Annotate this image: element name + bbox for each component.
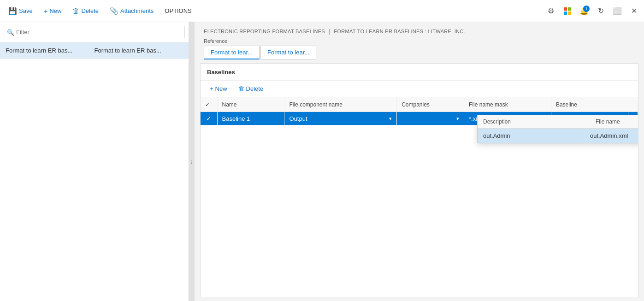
close-icon[interactable]: ✕ [627,5,640,18]
dropdown-item[interactable]: out.Admin out.Admin.xml [478,129,638,143]
companies-dropdown-arrow: ▾ [456,116,459,122]
list-item[interactable]: Format to learn ER bas... Format to lear… [0,42,189,59]
delete-button[interactable]: 🗑 Delete [68,4,103,18]
svg-rect-0 [564,7,567,11]
content-right: ELECTRONIC REPORTING FORMAT BASELINES | … [195,22,644,301]
table-wrapper: ✓ Name File component name Companies Fil… [201,97,638,297]
baselines-delete-button[interactable]: 🗑 Delete [234,83,268,94]
svg-rect-2 [564,12,567,15]
row-companies-cell[interactable]: ▾ [397,112,464,125]
notification-icon[interactable]: 🔔 1 [578,5,591,18]
save-icon: 💾 [8,7,17,15]
baselines-panel: Baselines + New 🗑 Delete [200,63,638,297]
baselines-plus-icon: + [210,85,213,92]
baselines-delete-icon: 🗑 [238,85,244,92]
dropdown-item-filename: out.Admin.xml [590,132,638,139]
col-header-check: ✓ [201,97,217,112]
options-button[interactable]: OPTIONS [160,5,196,17]
dropdown-col-filename: File name [590,115,638,128]
sidebar-list: Format to learn ER bas... Format to lear… [0,42,189,301]
col-header-baseline[interactable]: Baseline [551,97,628,112]
col-header-companies[interactable]: Companies [397,97,464,112]
filter-input[interactable] [4,26,185,38]
col-header-name[interactable]: Name [217,97,284,112]
main-toolbar: 💾 Save + New 🗑 Delete 📎 Attachments OPTI… [0,0,644,22]
sidebar: 🔍 Format to learn ER bas... Format to le… [0,22,189,301]
col-header-extra [628,97,638,112]
dropdown-item-description: out.Admin [483,132,590,139]
delete-icon: 🗑 [72,7,79,15]
dropdown-header: Description File name [478,115,638,129]
ref-tab-2[interactable]: Format to lear... [260,46,316,59]
collapse-handle[interactable]: ··· [189,22,195,301]
ref-tab-1[interactable]: Format to lear... [204,46,260,59]
plus-icon: + [44,7,48,15]
col-header-file-mask[interactable]: File name mask [464,97,551,112]
reference-label: Reference [204,38,635,44]
file-component-dropdown-arrow: ▾ [389,116,392,122]
attachments-button[interactable]: 📎 Attachments [105,4,158,18]
dropdown-col-description: Description [478,115,590,128]
filter-box: 🔍 [0,22,189,42]
breadcrumb: ELECTRONIC REPORTING FORMAT BASELINES | … [195,22,644,35]
toolbar-right: ⚙ 🔔 1 ↻ ⬜ ✕ [544,5,640,18]
row-file-component-cell[interactable]: Output ▾ [284,112,397,125]
sidebar-item-col1: Format to learn ER bas... [6,47,95,54]
baselines-header: Baselines [201,64,638,81]
sidebar-item-col2: Format to learn ER bas... [95,47,183,54]
baseline-dropdown-overlay: Description File name out.Admin out.Admi… [477,115,638,143]
svg-rect-3 [568,12,571,15]
file-component-dropdown[interactable]: Output ▾ [289,115,392,122]
col-header-file-component[interactable]: File component name [284,97,397,112]
office-icon[interactable] [561,5,574,18]
row-name-cell[interactable]: Baseline 1 [217,112,284,125]
maximize-icon[interactable]: ⬜ [611,5,624,18]
reference-tabs: Format to lear... Format to lear... [204,46,635,59]
save-button[interactable]: 💾 Save [4,4,37,18]
row-check-icon: ✓ [206,115,212,122]
new-button[interactable]: + New [39,4,66,18]
svg-rect-1 [568,7,571,11]
main-layout: 🔍 Format to learn ER bas... Format to le… [0,22,644,301]
settings-icon[interactable]: ⚙ [544,5,557,18]
attachment-icon: 📎 [110,7,118,15]
reference-section: Reference Format to lear... Format to le… [195,35,644,59]
companies-dropdown[interactable]: ▾ [402,116,459,122]
baselines-toolbar: + New 🗑 Delete [201,81,638,97]
row-check-cell: ✓ [201,112,217,125]
baselines-new-button[interactable]: + New [205,83,232,94]
filter-search-icon: 🔍 [7,29,14,35]
refresh-icon[interactable]: ↻ [594,5,607,18]
check-header-icon: ✓ [205,101,210,108]
